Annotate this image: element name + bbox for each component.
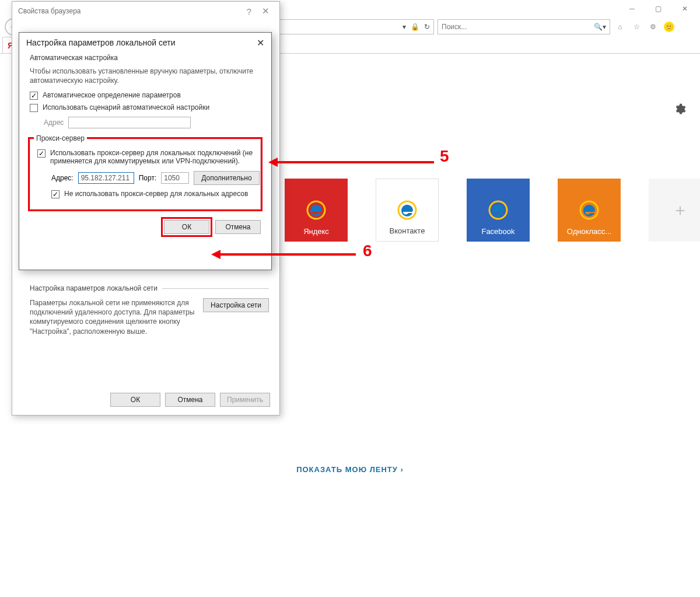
apply-button[interactable]: Применить (220, 393, 270, 407)
dropdown-icon[interactable]: ▾ (402, 23, 406, 31)
search-icon[interactable]: 🔍▾ (594, 23, 606, 31)
auto-config-heading: Автоматическая настройка (30, 54, 261, 62)
proxy-address-input[interactable] (78, 172, 134, 184)
proxy-heading: Прокси-сервер (34, 134, 87, 142)
lan-settings-section: Настройка параметров локальной сети Пара… (30, 284, 269, 336)
auto-detect-label: Автоматическое определение параметров (43, 91, 181, 99)
script-address-input (68, 117, 191, 128)
annotation-badge-6: 6 (359, 242, 376, 260)
dialog-title: Свойства браузера (18, 7, 241, 15)
window-minimize-button[interactable]: ─ (619, 1, 645, 17)
tile-vk[interactable]: Вконтакте (376, 179, 439, 242)
feedback-smiley-icon[interactable]: 🙂 (663, 20, 676, 33)
use-script-checkbox[interactable] (30, 104, 38, 112)
annotation-badge-5: 5 (436, 147, 453, 166)
home-icon[interactable]: ⌂ (614, 20, 626, 33)
ok-button[interactable]: ОК (164, 220, 209, 234)
chevron-right-icon: › (398, 465, 404, 474)
proxy-advanced-button[interactable]: Дополнительно (194, 171, 259, 185)
ie-icon (577, 198, 601, 222)
refresh-icon[interactable]: ↻ (424, 23, 430, 31)
proxy-address-label: Адрес: (51, 174, 74, 182)
window-maximize-button[interactable]: ▢ (645, 1, 671, 17)
ie-icon (304, 198, 328, 222)
bypass-local-checkbox[interactable] (51, 190, 60, 198)
tile-yandex[interactable]: Яндекс (285, 179, 348, 242)
dialog-title-bar[interactable]: Свойства браузера ? ✕ (12, 2, 279, 20)
ok-button[interactable]: ОК (110, 393, 160, 407)
bypass-local-label: Не использовать прокси-сервер для локаль… (64, 190, 248, 198)
tile-label: Facebook (467, 227, 530, 236)
dialog-title-bar[interactable]: Настройка параметров локальной сети ✕ (19, 33, 271, 53)
settings-icon[interactable]: ⚙ (646, 20, 659, 33)
annotation-arrow-5 (268, 155, 441, 169)
tile-facebook[interactable]: Facebook (467, 179, 530, 242)
close-icon[interactable]: ✕ (257, 6, 274, 16)
dialog-button-row: ОК Отмена Применить (110, 393, 270, 407)
proxy-port-label: Порт: (139, 174, 157, 182)
lan-description: Параметры локальной сети не применяются … (30, 298, 199, 336)
auto-detect-checkbox[interactable] (30, 92, 38, 100)
dialog-title: Настройка параметров локальной сети (26, 38, 176, 47)
show-feed-link[interactable]: ПОКАЗАТЬ МОЮ ЛЕНТУ › (0, 465, 700, 474)
help-icon[interactable]: ? (241, 6, 257, 16)
tile-label: Однокласс... (558, 227, 621, 236)
search-bar[interactable]: Поиск... 🔍▾ (438, 19, 610, 34)
cancel-button[interactable]: Отмена (215, 220, 261, 234)
tile-label: Яндекс (285, 227, 348, 236)
favorites-icon[interactable]: ☆ (630, 20, 643, 33)
dialog-button-row: ОК Отмена (19, 214, 271, 234)
annotation-highlight-6: ОК (164, 220, 209, 234)
proxy-server-group: Прокси-сервер Использовать прокси-сервер… (30, 139, 261, 210)
use-script-label: Использовать сценарий автоматической нас… (43, 103, 209, 111)
divider (162, 288, 269, 289)
search-placeholder: Поиск... (442, 23, 467, 31)
auto-config-description: Чтобы использовать установленные вручную… (30, 67, 261, 85)
ie-icon (395, 198, 419, 222)
tile-label: Вконтакте (376, 226, 438, 235)
lan-heading: Настройка параметров локальной сети (30, 284, 158, 292)
close-icon[interactable]: ✕ (257, 37, 264, 48)
script-address-label: Адрес (44, 118, 64, 127)
tile-odnoklassniki[interactable]: Однокласс... (558, 179, 621, 242)
ie-icon (486, 198, 510, 222)
use-proxy-label: Использовать прокси-сервер для локальных… (50, 149, 253, 165)
proxy-port-input[interactable] (161, 172, 189, 184)
use-proxy-checkbox[interactable] (37, 149, 46, 158)
lan-settings-dialog: Настройка параметров локальной сети ✕ Ав… (19, 32, 272, 270)
lan-settings-button[interactable]: Настройка сети (203, 298, 269, 312)
lock-icon: 🔒 (411, 23, 419, 31)
page-settings-icon[interactable] (673, 103, 686, 117)
cancel-button[interactable]: Отмена (165, 393, 215, 407)
tile-add[interactable]: ＋ (649, 179, 700, 242)
window-close-button[interactable]: ✕ (671, 1, 698, 17)
